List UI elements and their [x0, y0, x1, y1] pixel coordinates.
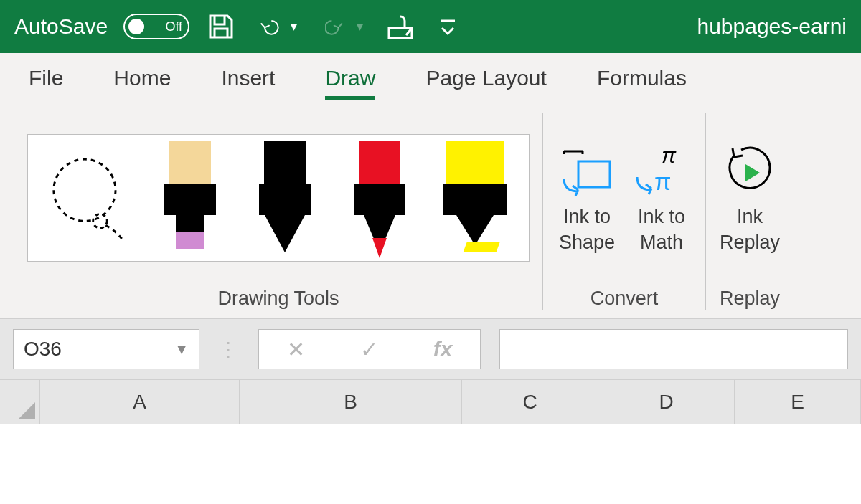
ink-to-shape-button[interactable]: Ink to Shape — [556, 141, 618, 253]
column-header-row: A B C D E — [0, 380, 861, 424]
select-all-button[interactable] — [0, 380, 40, 424]
group-replay: Ink Replay Replay — [706, 113, 794, 310]
resize-handle-icon[interactable]: ⋮ — [218, 338, 240, 361]
qat-customize-button[interactable] — [432, 11, 464, 42]
title-bar: AutoSave Off ▾ ▾ hubpages-earni — [0, 0, 861, 53]
ink-to-shape-label-1: Ink to — [563, 206, 611, 228]
ink-replay-label-2: Replay — [720, 232, 780, 254]
tab-draw[interactable]: Draw — [325, 66, 375, 93]
lasso-select-icon[interactable] — [50, 151, 127, 244]
attachment-icon — [386, 12, 415, 41]
customize-icon — [433, 12, 462, 41]
autosave-toggle[interactable]: Off — [123, 14, 189, 39]
chevron-down-icon[interactable]: ▼ — [174, 341, 189, 358]
tab-insert[interactable]: Insert — [221, 66, 275, 93]
ink-replay-button[interactable]: Ink Replay — [719, 141, 781, 253]
chevron-down-icon: ▾ — [357, 19, 363, 34]
group-label-convert: Convert — [591, 287, 659, 310]
formula-controls: ✕ ✓ fx — [258, 329, 481, 369]
column-header-B[interactable]: B — [240, 380, 462, 424]
undo-button[interactable]: ▾ — [253, 11, 303, 42]
tab-formulas[interactable]: Formulas — [597, 66, 687, 93]
ink-to-math-label-1: Ink to — [638, 206, 685, 228]
pen-tool-2[interactable] — [253, 141, 316, 255]
pen-tool-1[interactable] — [159, 141, 222, 255]
document-title: hubpages-earni — [697, 14, 847, 39]
ink-replay-icon — [719, 141, 781, 203]
column-header-C[interactable]: C — [462, 380, 598, 424]
save-icon — [207, 12, 235, 41]
tab-file[interactable]: File — [29, 66, 63, 93]
svg-text:π: π — [654, 168, 671, 195]
undo-icon — [259, 12, 288, 41]
formula-bar: O36 ▼ ⋮ ✕ ✓ fx — [0, 318, 861, 380]
tab-home[interactable]: Home — [113, 66, 171, 93]
ink-to-shape-label-2: Shape — [559, 232, 615, 254]
autosave-label: AutoSave — [14, 14, 108, 39]
ink-to-shape-icon — [556, 141, 618, 203]
name-box[interactable]: O36 ▼ — [13, 329, 199, 369]
group-convert: Ink to Shape π π Ink to Math Convert — [542, 113, 706, 310]
worksheet-cells[interactable] — [0, 424, 861, 504]
chevron-down-icon[interactable]: ▾ — [291, 19, 297, 34]
autosave-toggle-knob — [128, 19, 144, 34]
svg-rect-3 — [578, 161, 610, 187]
ribbon: Drawing Tools Ink to Shape π — [0, 106, 861, 318]
redo-icon — [325, 12, 354, 41]
enter-icon: ✓ — [360, 337, 378, 362]
column-header-E[interactable]: E — [735, 380, 861, 424]
highlighter-tool[interactable] — [443, 141, 507, 255]
group-drawing-tools: Drawing Tools — [14, 113, 542, 310]
autosave-state: Off — [165, 19, 182, 34]
fx-icon[interactable]: fx — [433, 337, 453, 361]
ink-to-math-icon: π π — [631, 141, 692, 203]
name-box-value: O36 — [24, 338, 62, 361]
drawing-tools-gallery[interactable] — [27, 134, 530, 262]
save-button[interactable] — [205, 11, 237, 42]
ink-to-math-button[interactable]: π π Ink to Math — [631, 141, 692, 253]
attach-button[interactable] — [385, 11, 416, 42]
ribbon-tabs: File Home Insert Draw Page Layout Formul… — [0, 53, 861, 106]
cancel-icon: ✕ — [287, 337, 305, 362]
redo-button: ▾ — [319, 11, 369, 42]
formula-input[interactable] — [499, 329, 848, 369]
tab-page-layout[interactable]: Page Layout — [425, 66, 546, 93]
column-header-A[interactable]: A — [40, 380, 240, 424]
ink-replay-label-1: Ink — [737, 206, 763, 228]
group-label-replay: Replay — [720, 287, 780, 310]
column-header-D[interactable]: D — [598, 380, 735, 424]
ink-to-math-label-2: Math — [640, 232, 683, 254]
group-label-drawing-tools: Drawing Tools — [217, 287, 339, 310]
svg-text:π: π — [662, 147, 677, 167]
svg-point-2 — [93, 214, 108, 228]
pen-tool-3[interactable] — [348, 141, 411, 255]
svg-point-1 — [54, 159, 116, 221]
